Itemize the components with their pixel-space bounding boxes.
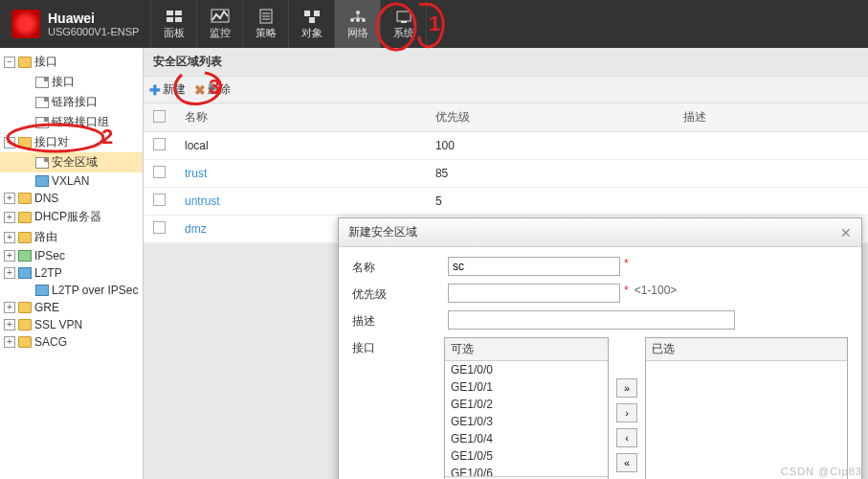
nav-monitor[interactable]: 监控 [197,0,243,48]
zone-priority: 100 [426,132,674,160]
nav-system[interactable]: 系统 [381,0,427,48]
zone-name[interactable]: untrust [175,188,426,216]
available-option[interactable]: GE1/0/1 [445,378,608,396]
nav-dashboard[interactable]: 面板 [151,0,197,48]
move-left-button[interactable]: ‹ [616,428,637,447]
sidebar-item-label: DNS [34,192,58,205]
row-checkbox[interactable] [153,221,166,234]
expand-icon[interactable]: + [4,319,15,331]
available-option[interactable]: GE1/0/6 [445,465,608,476]
table-row[interactable]: untrust5 [144,188,868,216]
selected-list[interactable] [646,361,847,476]
available-option[interactable]: GE1/0/0 [445,361,608,378]
collapse-icon[interactable]: − [4,57,15,68]
sidebar-item-if-pair[interactable]: +接口对 [0,132,143,152]
svg-rect-1 [175,11,182,15]
expand-icon[interactable]: + [4,193,15,204]
sidebar-item-label: 安全区域 [52,154,98,171]
move-right-button[interactable]: › [616,403,637,422]
system-icon [394,9,413,24]
move-all-left-button[interactable]: « [616,453,637,472]
sidebar-item-link-ifgrp[interactable]: 链路接口组 [0,112,143,132]
page-icon [35,77,49,88]
svg-rect-4 [211,10,229,22]
expand-icon[interactable]: + [4,232,15,243]
expand-icon[interactable]: + [4,267,15,279]
zone-desc [674,160,868,188]
available-option[interactable]: GE1/0/2 [445,396,608,413]
sidebar-item-dns[interactable]: +DNS [0,190,143,207]
tree-root[interactable]: − 接口 [0,52,143,72]
name-input[interactable] [448,257,620,276]
dialog-titlebar[interactable]: 新建安全区域 ✕ [339,218,861,247]
sidebar-item-ipsec[interactable]: +IPSec [0,247,143,264]
row-checkbox[interactable] [153,166,166,178]
sidebar-item-link-if[interactable]: 链路接口 [0,92,143,112]
sidebar-item-dhcp[interactable]: +DHCP服务器 [0,207,143,227]
table-row[interactable]: local100 [144,132,868,160]
svg-point-13 [350,18,354,22]
interface-picker: 可选 GE1/0/0GE1/0/1GE1/0/2GE1/0/3GE1/0/4GE… [444,337,848,479]
sidebar-item-l2tp[interactable]: +L2TP [0,264,143,282]
folder-icon [18,212,32,223]
available-option[interactable]: GE1/0/3 [445,413,608,430]
move-all-right-button[interactable]: » [616,378,637,398]
zone-name[interactable]: trust [175,160,426,188]
sidebar-item-gre[interactable]: +GRE [0,299,143,316]
sidebar-item-label: 路由 [34,229,57,245]
app-header: Huawei USG6000V1-ENSP 面板监控策略对象网络系统 [0,0,868,48]
sidebar-item-sec-zone[interactable]: 安全区域 [0,152,143,172]
zone-desc [674,188,868,216]
sidebar-item-if[interactable]: 接口 [0,72,143,92]
sidebar-item-vxlan[interactable]: VXLAN [0,172,143,190]
sidebar-item-label: 链路接口组 [52,114,109,130]
object-icon [302,9,322,24]
available-option[interactable]: GE1/0/5 [445,447,608,465]
svg-rect-3 [175,17,182,22]
available-header: 可选 [445,338,608,361]
desc-input[interactable] [448,310,735,330]
checkbox-all[interactable] [153,110,166,123]
svg-point-12 [356,11,360,14]
table-row[interactable]: trust85 [144,160,868,188]
page-icon [35,117,49,128]
close-icon[interactable]: ✕ [840,225,852,240]
expand-icon[interactable]: + [4,336,15,348]
brand-model: USG6000V1-ENSP [48,26,139,37]
brand-block: Huawei USG6000V1-ENSP [0,0,151,48]
row-checkbox[interactable] [153,194,166,206]
nav-network[interactable]: 网络 [335,0,381,48]
available-list[interactable]: GE1/0/0GE1/0/1GE1/0/2GE1/0/3GE1/0/4GE1/0… [445,361,608,476]
nav-object[interactable]: 对象 [289,0,335,48]
expand-icon[interactable]: + [4,212,15,223]
sidebar-item-sslvpn[interactable]: +SSL VPN [0,316,143,333]
svg-rect-11 [309,17,315,23]
sidebar-item-label: L2TP over IPSec [52,284,139,297]
sidebar-item-route[interactable]: +路由 [0,227,143,247]
svg-point-15 [362,18,366,22]
dashboard-icon [165,9,184,24]
required-mark: * [624,257,629,270]
expand-icon[interactable]: + [4,250,15,262]
huawei-logo-icon [11,10,40,38]
interface-label: 接口 [352,337,444,356]
zone-priority: 5 [426,188,674,216]
folder-icon [18,57,32,68]
selected-header: 已选 [646,338,847,361]
row-checkbox[interactable] [153,138,166,150]
nav-policy[interactable]: 策略 [243,0,289,48]
available-option[interactable]: GE1/0/4 [445,430,608,447]
add-button[interactable]: ✚ 新建 [149,81,186,98]
sidebar-item-l2tp-ipsec[interactable]: L2TP over IPSec [0,282,143,299]
page-icon [35,157,49,169]
expand-icon[interactable]: + [4,302,15,313]
col-header: 优先级 [426,103,674,132]
blue-icon [35,285,49,296]
sidebar-item-label: VXLAN [52,174,89,188]
sidebar-item-sacg[interactable]: +SACG [0,333,143,351]
sidebar-item-label: SACG [34,335,67,349]
priority-input[interactable] [448,284,620,303]
sidebar-item-label: 链路接口 [52,94,98,110]
expand-icon[interactable]: + [4,137,15,148]
delete-button[interactable]: ✖ 删除 [194,81,231,98]
